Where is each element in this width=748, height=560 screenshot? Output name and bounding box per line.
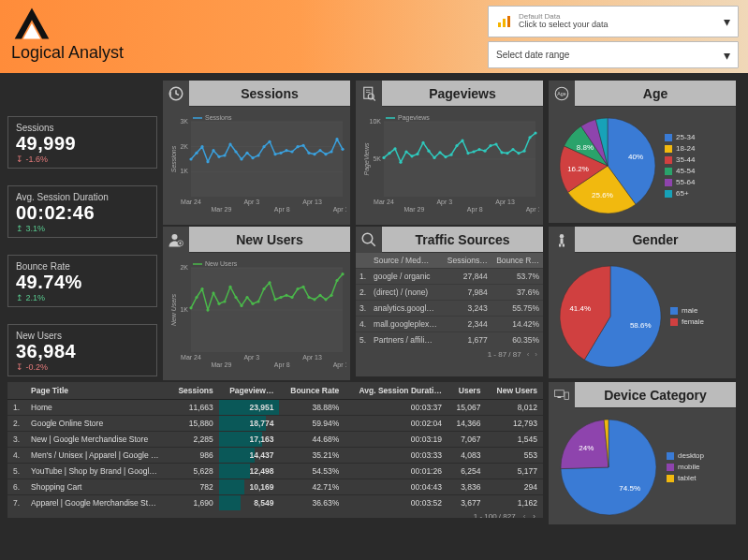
svg-text:Age: Age (557, 91, 565, 96)
table-row[interactable]: 3.analytics.googl…3,24355.75% (356, 301, 543, 317)
svg-point-83 (522, 150, 525, 153)
svg-point-128 (290, 296, 293, 299)
table-row[interactable]: 4. Men's / Unisex | Apparel | Google … 9… (7, 448, 543, 464)
svg-point-75 (477, 148, 480, 151)
svg-point-73 (466, 152, 469, 155)
kpi-avg-session-duration: Avg. Session Duration 00:02:46 ↥ 3.1% (7, 185, 157, 238)
user-plus-icon (163, 227, 189, 253)
card-gender: Gender 58.6%41.4%malefemale (549, 227, 736, 376)
card-title: Age (575, 86, 736, 101)
traffic-sources-table[interactable]: Source / Med…Sessions…Bounce R…1.google … (356, 253, 543, 376)
svg-point-79 (500, 151, 503, 154)
svg-point-123 (262, 287, 265, 290)
header-bar: Logical Analyst Default Data Click to se… (0, 0, 748, 73)
svg-point-127 (285, 294, 287, 297)
table-row[interactable]: 2. Google Online Store 15,880 18,774 59.… (7, 416, 543, 432)
svg-point-26 (279, 152, 282, 155)
svg-text:Apr 13: Apr 13 (302, 199, 322, 206)
document-search-icon (356, 81, 382, 107)
gender-chart[interactable]: 58.6%41.4%malefemale (549, 253, 736, 378)
svg-text:Apr 8: Apr 8 (274, 206, 290, 214)
kpi-value: 49,999 (16, 133, 149, 155)
svg-text:Sessions: Sessions (170, 145, 177, 172)
svg-text:Mar 29: Mar 29 (212, 206, 232, 213)
new-users-chart[interactable]: 1K2KMar 24Mar 29Apr 3Apr 8Apr 13Apr 18 N… (163, 253, 350, 380)
date-range-dropdown[interactable]: Select date range ▾ (488, 41, 739, 68)
svg-rect-3 (503, 19, 506, 27)
svg-point-74 (472, 150, 475, 153)
svg-text:Apr 18: Apr 18 (333, 361, 346, 369)
svg-point-18 (234, 150, 237, 153)
svg-point-120 (245, 296, 248, 299)
svg-text:16.2%: 16.2% (567, 165, 589, 173)
svg-point-59 (388, 152, 390, 155)
svg-text:Apr 8: Apr 8 (274, 361, 290, 369)
svg-point-24 (268, 140, 271, 143)
svg-rect-153 (559, 243, 561, 246)
svg-point-15 (217, 155, 220, 158)
svg-text:2K: 2K (180, 143, 188, 150)
svg-point-32 (313, 153, 315, 155)
age-chart[interactable]: 40%25.6%16.2%8.8%25-3418-2435-4445-5455-… (549, 107, 736, 223)
table-row[interactable]: 6. Shopping Cart 782 10,169 42.71% 00:04… (7, 479, 543, 495)
table-row[interactable]: 2.(direct) / (none)7,98437.6% (356, 285, 543, 301)
svg-point-16 (223, 154, 226, 156)
table-row[interactable]: 4.mall.googleplex…2,34414.42% (356, 317, 543, 332)
svg-point-37 (341, 148, 344, 151)
svg-rect-152 (561, 238, 564, 243)
pager-prev[interactable]: ‹ (527, 350, 530, 359)
pager-text: 1 - 87 / 87 (488, 350, 521, 359)
svg-point-126 (279, 296, 282, 299)
svg-text:Apr 18: Apr 18 (333, 206, 346, 214)
kpi-sessions: Sessions 49,999 ↧ -1.6% (7, 116, 157, 169)
page-table[interactable]: Page TitleSessionsPageview…Bounce RateAv… (7, 382, 543, 518)
pageviews-chart[interactable]: 5K10KMar 24Mar 29Apr 3Apr 8Apr 13Apr 18 … (356, 107, 543, 225)
table-row[interactable]: 3. New | Google Merchandise Store 2,285 … (7, 432, 543, 448)
data-selector-dropdown[interactable]: Default Data Click to select your data ▾ (488, 6, 739, 37)
svg-rect-4 (507, 16, 510, 27)
svg-point-62 (404, 150, 407, 153)
sessions-chart[interactable]: 1K2K3KMar 24Mar 29Apr 3Apr 8Apr 13Apr 18… (163, 107, 350, 225)
svg-text:Sessions: Sessions (205, 114, 232, 121)
pager-prev[interactable]: ‹ (523, 512, 526, 518)
svg-point-84 (528, 136, 531, 139)
svg-point-34 (324, 153, 327, 155)
svg-text:74.5%: 74.5% (619, 484, 640, 493)
device-chart[interactable]: 74.5%24%desktopmobiletablet (549, 408, 736, 524)
card-age: Age Age 40%25.6%16.2%8.8%25-3418-2435-44… (549, 81, 736, 221)
svg-point-135 (330, 294, 332, 297)
svg-rect-6 (191, 122, 343, 197)
svg-text:Mar 24: Mar 24 (181, 354, 201, 361)
svg-point-17 (228, 142, 231, 145)
svg-point-114 (212, 291, 214, 294)
svg-text:41.4%: 41.4% (569, 304, 591, 313)
kpi-delta: ↧ -0.2% (16, 362, 149, 372)
pager-text: 1 - 100 / 827 (474, 512, 516, 518)
svg-text:Apr 8: Apr 8 (467, 206, 483, 214)
svg-rect-2 (498, 22, 501, 27)
kpi-bounce-rate: Bounce Rate 49.74% ↥ 2.1% (7, 255, 157, 307)
svg-text:10K: 10K (370, 118, 382, 125)
svg-text:PageViews: PageViews (363, 142, 371, 175)
pager-next[interactable]: › (535, 350, 537, 359)
svg-point-11 (195, 152, 198, 155)
svg-point-60 (393, 147, 396, 150)
table-row[interactable]: 5. YouTube | Shop by Brand | Googl… 5,62… (7, 464, 543, 479)
svg-point-119 (240, 304, 242, 307)
svg-point-151 (560, 234, 565, 239)
kpi-label: Sessions (16, 123, 149, 133)
table-row[interactable]: 1.google / organic27,84453.7% (356, 269, 543, 285)
table-row[interactable]: 1. Home 11,663 23,951 38.88% 00:03:37 15… (7, 400, 543, 416)
svg-point-81 (511, 148, 514, 151)
caret-down-icon: ▾ (724, 48, 730, 63)
svg-text:40%: 40% (628, 153, 643, 161)
table-row[interactable]: 7. Apparel | Google Merchandise St… 1,69… (7, 495, 543, 511)
svg-point-67 (433, 156, 435, 159)
kpi-column: Sessions 49,999 ↧ -1.6% Avg. Session Dur… (7, 81, 157, 376)
svg-point-29 (296, 145, 299, 148)
table-row[interactable]: 5.Partners / affili…1,67760.35% (356, 332, 543, 348)
svg-rect-158 (558, 396, 562, 398)
brand-name: Logical Analyst (11, 43, 124, 63)
pager-next[interactable]: › (533, 512, 535, 518)
svg-text:Apr 13: Apr 13 (302, 354, 322, 361)
